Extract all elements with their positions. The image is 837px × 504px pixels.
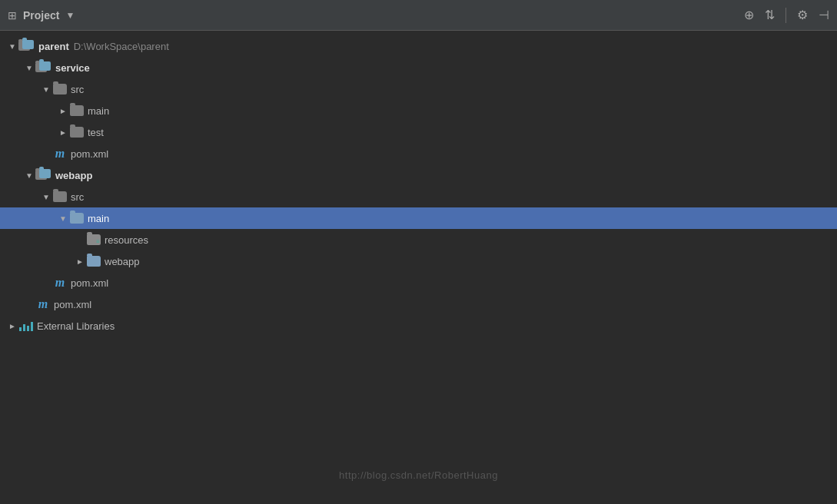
module-folder-icon-webapp	[35, 169, 52, 181]
arrow-parent[interactable]	[6, 40, 18, 52]
arrow-src-service[interactable]	[40, 83, 52, 95]
tree-item-pom-service[interactable]: mpom.xml	[0, 143, 837, 164]
item-label-webapp: webapp	[55, 170, 92, 181]
maven-icon-pom-service: m	[52, 148, 68, 160]
tree-item-parent[interactable]: parentD:\WorkSpace\parent	[0, 35, 837, 57]
folder-icon-main-service	[69, 104, 85, 117]
sort-icon[interactable]: ⇅	[765, 8, 775, 22]
arrow-webapp[interactable]	[23, 169, 35, 181]
maven-icon-pom-root: m	[35, 298, 51, 310]
module-folder-icon-parent	[18, 40, 35, 52]
watermark: http://blog.csdn.net/RobertHuang	[0, 469, 837, 481]
arrow-main-service[interactable]	[57, 104, 69, 117]
tree-item-main-webapp[interactable]: main	[0, 207, 837, 229]
module-folder-icon-service	[35, 61, 52, 74]
arrow-webapp-inner[interactable]	[74, 255, 86, 267]
item-label-resources-webapp: resources	[105, 234, 148, 246]
item-label-ext-libs: External Libraries	[37, 320, 115, 332]
item-label-src-service: src	[71, 84, 84, 95]
icon-divider	[786, 8, 786, 23]
tree-item-service[interactable]: service	[0, 57, 837, 78]
arrow-src-webapp[interactable]	[40, 191, 52, 203]
item-label-pom-service: pom.xml	[71, 148, 108, 160]
item-label-webapp-inner: webapp	[105, 256, 140, 267]
item-label-main-webapp: main	[88, 213, 109, 224]
folder-resource-icon-resources-webapp	[86, 234, 101, 246]
arrow-ext-libs[interactable]	[6, 320, 18, 332]
arrow-service[interactable]	[23, 61, 35, 74]
title-bar: ⊞ Project ▼ ⊕ ⇅ ⚙ ⊣	[0, 0, 837, 31]
item-label-main-service: main	[88, 105, 109, 117]
tree-item-src-service[interactable]: src	[0, 78, 837, 100]
title-dropdown[interactable]: ▼	[65, 10, 75, 21]
maven-icon-pom-webapp: m	[52, 277, 68, 289]
title-text: Project	[23, 9, 59, 22]
arrow-main-webapp[interactable]	[57, 212, 69, 224]
tree-item-webapp[interactable]: webapp	[0, 164, 837, 186]
title-left: ⊞ Project ▼	[8, 9, 75, 22]
item-label-pom-root: pom.xml	[54, 299, 91, 310]
tree-item-webapp-inner[interactable]: webapp	[0, 250, 837, 272]
arrow-test-service[interactable]	[57, 126, 69, 138]
tree-item-test-service[interactable]: test	[0, 121, 837, 143]
tree-item-main-service[interactable]: main	[0, 100, 837, 121]
gear-icon[interactable]: ⚙	[797, 8, 808, 22]
folder-blue-icon-main-webapp	[69, 212, 85, 224]
collapse-icon[interactable]: ⊣	[819, 8, 829, 22]
folder-icon-test-service	[69, 126, 85, 138]
item-label-test-service: test	[88, 127, 104, 138]
item-label-pom-webapp: pom.xml	[71, 277, 108, 289]
tree-item-pom-root[interactable]: mpom.xml	[0, 293, 837, 315]
tree-item-src-webapp[interactable]: src	[0, 186, 837, 207]
tree-item-pom-webapp[interactable]: mpom.xml	[0, 272, 837, 293]
add-icon[interactable]: ⊕	[744, 8, 754, 22]
item-label-parent: parent	[38, 41, 69, 52]
folder-blue-icon-webapp-inner	[86, 255, 101, 267]
item-label-src-webapp: src	[71, 191, 84, 203]
project-tree: parentD:\WorkSpace\parentservicesrcmaint…	[0, 31, 837, 341]
folder-icon-src-webapp	[52, 191, 68, 203]
tree-item-ext-libs[interactable]: External Libraries	[0, 315, 837, 337]
window-icon: ⊞	[8, 9, 17, 22]
folder-icon-src-service	[52, 83, 68, 95]
item-label-service: service	[55, 62, 90, 74]
tree-item-resources-webapp[interactable]: resources	[0, 229, 837, 250]
ext-lib-icon-ext-libs	[18, 320, 34, 332]
title-icons: ⊕ ⇅ ⚙ ⊣	[744, 8, 829, 23]
item-path-parent: D:\WorkSpace\parent	[74, 41, 169, 52]
